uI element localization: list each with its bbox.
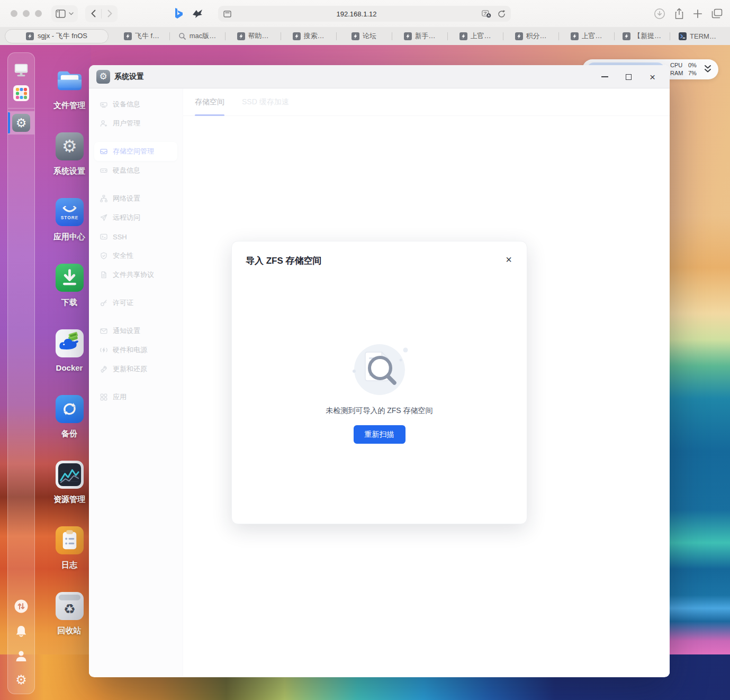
fnos-favicon bbox=[352, 32, 359, 40]
terminal-favicon bbox=[679, 32, 687, 40]
modal-close-icon[interactable]: × bbox=[502, 253, 515, 266]
close-button[interactable]: × bbox=[641, 65, 664, 88]
translate-icon[interactable] bbox=[482, 10, 491, 18]
collapse-chevron-icon[interactable] bbox=[704, 65, 711, 74]
network-transfer-icon[interactable] bbox=[14, 599, 29, 614]
svg-text:⚙: ⚙ bbox=[61, 137, 77, 156]
address-bar[interactable]: 192.168.1.12 bbox=[218, 6, 511, 22]
tab-label: 上官… bbox=[471, 31, 491, 41]
forward-button[interactable] bbox=[102, 10, 118, 17]
import-zfs-modal: 导入 ZFS 存储空间 × bbox=[231, 241, 527, 524]
browser-tab[interactable]: 飞牛 f… bbox=[114, 29, 169, 43]
desktop: ⚙ ⚙ 文件管理 ⚙ 系统设置 STORE 应用中心 bbox=[0, 45, 730, 700]
back-button[interactable] bbox=[85, 10, 101, 17]
minimize-window-icon[interactable] bbox=[23, 10, 30, 17]
rescan-button[interactable]: 重新扫描 bbox=[354, 425, 405, 444]
desktop-icon-label: 回收站 bbox=[58, 626, 82, 636]
share-icon[interactable] bbox=[674, 8, 684, 20]
browser-tab[interactable]: 搜索… bbox=[281, 29, 336, 43]
browser-tab[interactable]: 论坛 bbox=[336, 29, 392, 43]
browser-tab[interactable]: 上官… bbox=[447, 29, 503, 43]
desktop-icon-label: 日志 bbox=[61, 560, 77, 570]
store-bag-icon: STORE bbox=[56, 198, 84, 226]
chart-icon bbox=[56, 461, 84, 489]
empty-search-illustration bbox=[340, 338, 419, 402]
browser-tab[interactable]: 上官… bbox=[558, 29, 614, 43]
reload-icon[interactable] bbox=[498, 10, 506, 18]
svg-text:♻: ♻ bbox=[64, 602, 76, 616]
taskbar-divider bbox=[8, 108, 34, 109]
window-controls: × bbox=[593, 65, 664, 88]
screen: 192.168.1.12 sgjx - 飞牛 fnOS 飞牛 f… mac版… … bbox=[0, 0, 730, 700]
tab-overview-icon[interactable] bbox=[711, 8, 723, 19]
desktop-icon-label: 应用中心 bbox=[53, 232, 85, 242]
tab-label: 帮助… bbox=[248, 31, 269, 41]
desktop-icon-label: 备份 bbox=[61, 429, 77, 439]
tab-label: 上官… bbox=[582, 31, 602, 41]
page-format-icon[interactable] bbox=[223, 11, 231, 17]
browser-tab[interactable]: 新手… bbox=[392, 29, 447, 43]
ram-value: 7% bbox=[688, 70, 697, 76]
desktop-icon-label: 下载 bbox=[61, 298, 77, 308]
download-icon bbox=[56, 264, 84, 292]
browser-tab[interactable]: 【新提… bbox=[614, 29, 670, 43]
tab-label: 【新提… bbox=[634, 31, 661, 41]
settings-window: ⚙ 系统设置 × 设备信息 bbox=[89, 65, 670, 677]
tab-label: 积分… bbox=[526, 31, 547, 41]
modal-title: 导入 ZFS 存储空间 bbox=[246, 255, 322, 267]
bing-extension-icon[interactable] bbox=[173, 8, 184, 19]
browser-tab[interactable]: 帮助… bbox=[225, 29, 281, 43]
browser-toolbar: 192.168.1.12 bbox=[0, 0, 730, 27]
app-launcher-icon[interactable] bbox=[13, 85, 29, 101]
notifications-bell-icon[interactable] bbox=[14, 624, 28, 639]
tab-label: TERM… bbox=[690, 32, 716, 40]
sidebar-toggle-button[interactable] bbox=[51, 5, 78, 22]
recycle-bin-icon: ♻ bbox=[56, 592, 84, 620]
bird-extension-icon[interactable] bbox=[192, 9, 203, 19]
sync-icon bbox=[56, 395, 84, 423]
tab-label: 论坛 bbox=[363, 31, 376, 41]
fnos-favicon bbox=[293, 32, 301, 40]
tab-label: sgjx - 飞牛 fnOS bbox=[38, 31, 87, 41]
user-icon[interactable] bbox=[15, 649, 28, 663]
browser-tab-active[interactable]: sgjx - 飞牛 fnOS bbox=[5, 29, 109, 43]
desktop-icon-label: 文件管理 bbox=[53, 101, 85, 111]
cpu-value: 0% bbox=[688, 62, 697, 68]
desktop-icon-label: 资源管理 bbox=[53, 495, 85, 505]
fnos-favicon bbox=[571, 32, 579, 40]
empty-state-text: 未检测到可导入的 ZFS 存储空间 bbox=[232, 406, 527, 416]
browser-tab[interactable]: TERM… bbox=[670, 29, 725, 43]
fnos-favicon bbox=[124, 32, 132, 40]
clipboard-icon bbox=[56, 526, 84, 554]
zoom-window-icon[interactable] bbox=[35, 10, 42, 17]
browser-tab[interactable]: mac版… bbox=[169, 29, 225, 43]
maximize-button[interactable] bbox=[617, 65, 641, 88]
desktop-icon-label: 系统设置 bbox=[53, 166, 85, 176]
url-text[interactable]: 192.168.1.12 bbox=[231, 10, 482, 18]
app-gear-icon: ⚙ bbox=[96, 70, 110, 84]
docker-whale-icon bbox=[56, 329, 84, 357]
ram-label: RAM bbox=[670, 69, 688, 77]
new-tab-icon[interactable] bbox=[693, 9, 702, 19]
fnos-favicon bbox=[623, 32, 630, 40]
toolbar-right-actions bbox=[654, 0, 723, 27]
window-titlebar[interactable]: ⚙ 系统设置 × bbox=[89, 65, 670, 88]
desktop-monitor-icon[interactable] bbox=[12, 61, 30, 78]
fnos-favicon bbox=[26, 32, 34, 40]
cpu-label: CPU bbox=[670, 61, 688, 69]
browser-tab[interactable]: 积分… bbox=[503, 29, 558, 43]
svg-text:STORE: STORE bbox=[60, 215, 78, 220]
minimize-button[interactable] bbox=[593, 65, 617, 88]
settings-gear-icon: ⚙ bbox=[56, 132, 84, 160]
taskbar-settings-icon[interactable]: ⚙ bbox=[15, 674, 27, 686]
tab-label: 新手… bbox=[415, 31, 436, 41]
tab-label: mac版… bbox=[190, 31, 217, 41]
browser-tab-strip: sgjx - 飞牛 fnOS 飞牛 f… mac版… 帮助… 搜索… 论坛 新手… bbox=[0, 27, 730, 45]
folder-icon bbox=[56, 67, 84, 95]
close-window-icon[interactable] bbox=[11, 10, 17, 17]
taskbar-active-app-settings[interactable]: ⚙ bbox=[8, 111, 34, 134]
tab-label: 飞牛 f… bbox=[135, 31, 159, 41]
fnos-favicon bbox=[515, 32, 523, 40]
downloads-icon[interactable] bbox=[654, 8, 665, 20]
tab-label: 搜索… bbox=[304, 31, 325, 41]
